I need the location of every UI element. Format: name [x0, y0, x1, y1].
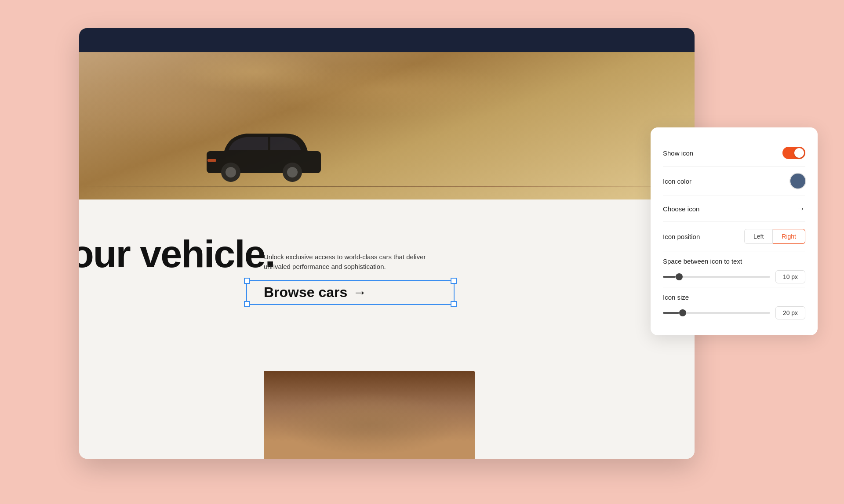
choose-icon-row: Choose icon →: [663, 196, 805, 222]
choose-icon-arrow[interactable]: →: [796, 203, 805, 214]
settings-panel: Show icon Icon color Choose icon → Icon …: [651, 127, 818, 335]
icon-size-slider-value: 20 px: [775, 306, 805, 319]
show-icon-label: Show icon: [663, 149, 693, 157]
space-slider-fill: [663, 276, 676, 278]
show-icon-toggle[interactable]: [782, 147, 805, 159]
space-slider-section: Space between icon to text 10 px: [663, 251, 805, 287]
car-silhouette: [202, 120, 325, 182]
icon-size-slider-label: Icon size: [663, 294, 805, 301]
hero-heading: our vehicle.: [79, 235, 275, 273]
space-slider-thumb[interactable]: [676, 273, 683, 280]
space-slider-value: 10 px: [775, 270, 805, 283]
toggle-knob: [794, 148, 804, 158]
space-slider-control: 10 px: [663, 270, 805, 283]
content-area: our vehicle. Unlock exclusive access to …: [79, 199, 695, 459]
choose-icon-label: Choose icon: [663, 205, 699, 213]
selection-border: [246, 280, 455, 305]
icon-size-slider-fill: [663, 312, 679, 314]
icon-size-slider-thumb[interactable]: [679, 309, 686, 316]
svg-rect-5: [207, 159, 216, 162]
icon-color-label: Icon color: [663, 178, 691, 185]
svg-point-2: [226, 167, 236, 178]
icon-size-slider-section: Icon size 20 px: [663, 287, 805, 323]
icon-size-slider-track: [663, 312, 770, 314]
icon-color-row: Icon color: [663, 167, 805, 196]
main-frame: our vehicle. Unlock exclusive access to …: [79, 28, 695, 459]
icon-position-row: Icon position Left Right: [663, 222, 805, 251]
hero-image: [79, 28, 695, 199]
show-icon-row: Show icon: [663, 140, 805, 167]
description-text: Unlock exclusive access to world-class c…: [264, 252, 431, 272]
bottom-image: [264, 371, 475, 459]
icon-color-picker[interactable]: [790, 174, 805, 189]
icon-size-slider-control: 20 px: [663, 306, 805, 319]
position-left-button[interactable]: Left: [744, 229, 773, 244]
button-selection-wrapper: Browse cars →: [264, 281, 367, 304]
handle-bottom-left[interactable]: [244, 301, 250, 307]
svg-point-4: [287, 167, 298, 178]
space-slider-label: Space between icon to text: [663, 257, 805, 265]
space-slider-track: [663, 276, 770, 278]
top-navigation: [79, 28, 695, 52]
position-right-button[interactable]: Right: [773, 229, 805, 244]
icon-position-label: Icon position: [663, 233, 700, 240]
button-section: Unlock exclusive access to world-class c…: [264, 252, 528, 304]
handle-top-right[interactable]: [451, 278, 457, 284]
position-group: Left Right: [744, 229, 805, 244]
handle-top-left[interactable]: [244, 278, 250, 284]
handle-bottom-right[interactable]: [451, 301, 457, 307]
